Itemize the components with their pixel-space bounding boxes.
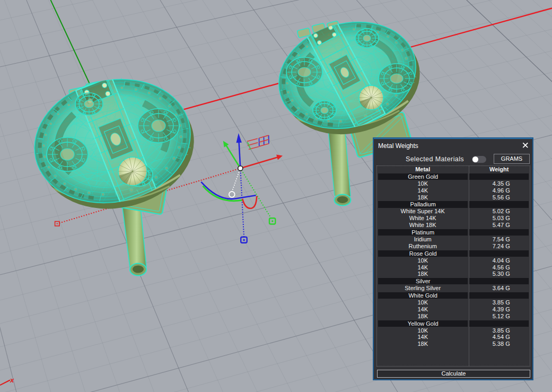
svg-text:x: x xyxy=(10,376,14,384)
